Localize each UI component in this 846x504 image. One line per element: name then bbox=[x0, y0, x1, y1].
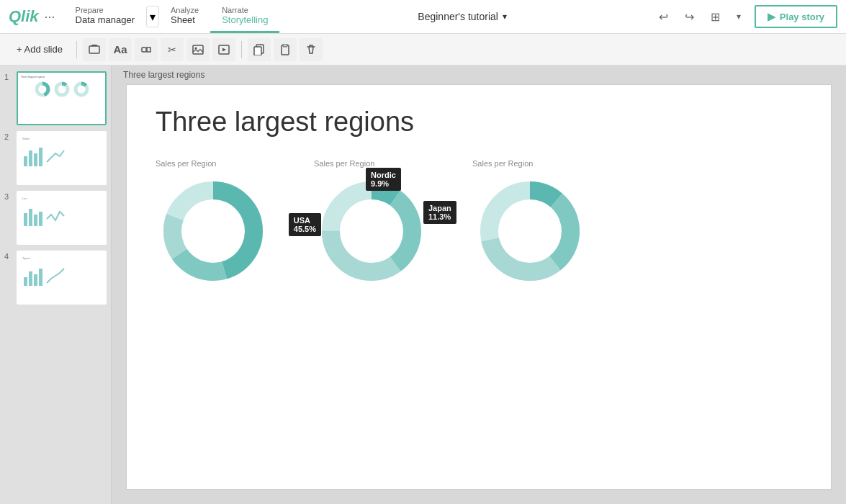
shape-button[interactable] bbox=[135, 38, 158, 61]
tab-prepare-label: Data manager bbox=[76, 14, 135, 25]
nav-right: ↩ ↪ ⊞ ▾ ▶ Play story bbox=[645, 0, 846, 33]
chart-3-svg bbox=[472, 174, 588, 289]
thumb2-bar-chart bbox=[22, 145, 42, 168]
slide-number-4: 4 bbox=[4, 252, 13, 261]
shape-icon bbox=[140, 44, 152, 55]
thumb3-bar-chart bbox=[22, 204, 42, 228]
chart-2-svg bbox=[314, 174, 429, 289]
paste-icon bbox=[279, 44, 291, 55]
logo-area: Qlik ··· bbox=[0, 0, 64, 33]
svg-rect-0 bbox=[89, 46, 99, 53]
svg-rect-30 bbox=[34, 274, 37, 286]
slide-item-4[interactable]: 4 Japan bbox=[4, 251, 107, 305]
tab-analyze[interactable]: Analyze Sheet bbox=[159, 0, 210, 33]
scissors-button[interactable]: ✂ bbox=[161, 38, 184, 61]
svg-point-16 bbox=[59, 86, 65, 92]
chart-2: Sales per Region bbox=[314, 159, 429, 289]
svg-point-19 bbox=[78, 86, 84, 92]
slide-title-text: Three largest regions bbox=[123, 70, 204, 80]
chevron-down-icon-tutorial: ▾ bbox=[503, 12, 507, 22]
svg-rect-3 bbox=[147, 48, 150, 52]
tutorial-selector[interactable]: Beginner's tutorial ▾ bbox=[418, 11, 507, 22]
tab-analyze-category: Analyze bbox=[171, 6, 199, 14]
copy-button[interactable] bbox=[248, 38, 271, 61]
tab-prepare-category: Prepare bbox=[76, 6, 135, 14]
add-slide-button[interactable]: + Add slide bbox=[9, 39, 71, 60]
thumb1-donut3 bbox=[73, 81, 89, 97]
thumb4-label: Japan bbox=[22, 256, 30, 260]
slide-thumbnail-4[interactable]: Japan bbox=[17, 251, 107, 305]
tutorial-label: Beginner's tutorial bbox=[418, 11, 498, 22]
nav-tabs: Prepare Data manager ▾ Analyze Sheet Nar… bbox=[64, 0, 280, 33]
play-icon: ▶ bbox=[768, 11, 775, 22]
thumb4-line-chart bbox=[45, 264, 66, 287]
canvas-area: Three largest regions Three largest regi… bbox=[112, 66, 846, 504]
chart-2-donut: Nordic 9.9% bbox=[314, 174, 429, 289]
play-story-button[interactable]: ▶ Play story bbox=[755, 5, 837, 28]
snapshot-icon bbox=[89, 44, 100, 55]
copy-icon bbox=[253, 44, 265, 55]
thumb2-label: Sales bbox=[22, 137, 30, 140]
present-dropdown[interactable]: ▾ bbox=[732, 6, 746, 27]
svg-rect-31 bbox=[39, 269, 42, 286]
slide-item-2[interactable]: 2 Sales bbox=[4, 131, 107, 185]
delete-icon bbox=[305, 44, 317, 55]
chart-3-label: Sales per Region bbox=[472, 159, 533, 168]
tab-narrate-label: Storytelling bbox=[222, 14, 268, 25]
svg-rect-8 bbox=[254, 47, 261, 55]
tab-prepare-dropdown[interactable]: ▾ bbox=[146, 6, 159, 27]
slide-item-3[interactable]: 3 Lön bbox=[4, 191, 107, 245]
slide-thumbnail-3[interactable]: Lön bbox=[17, 191, 107, 245]
slide-thumbnail-1[interactable]: Three largest regions bbox=[17, 71, 107, 125]
slide-thumbnail-2[interactable]: Sales bbox=[17, 131, 107, 185]
chart-3-tooltip-value: 11.3% bbox=[428, 212, 451, 221]
svg-rect-26 bbox=[34, 215, 37, 226]
chart-3-tooltip-label: Japan bbox=[428, 204, 451, 212]
nav-center: Beginner's tutorial ▾ bbox=[279, 0, 644, 33]
svg-point-13 bbox=[40, 86, 45, 92]
slide-title-bar: Three largest regions bbox=[112, 66, 846, 84]
snapshot-button[interactable] bbox=[83, 38, 106, 61]
svg-rect-4 bbox=[193, 45, 203, 54]
svg-rect-29 bbox=[29, 271, 32, 286]
svg-rect-21 bbox=[29, 150, 32, 166]
thumb3-line-chart bbox=[45, 204, 66, 228]
slide-number-2: 2 bbox=[4, 132, 13, 141]
slides-panel: 1 Three largest regions bbox=[0, 66, 112, 504]
media-button[interactable] bbox=[212, 38, 235, 61]
undo-button[interactable]: ↩ bbox=[654, 6, 674, 27]
paste-button[interactable] bbox=[274, 38, 297, 61]
tab-narrate[interactable]: Narrate Storytelling bbox=[210, 0, 279, 33]
qlik-logo[interactable]: Qlik bbox=[9, 7, 39, 26]
toolbar-divider-1 bbox=[76, 41, 77, 58]
delete-button[interactable] bbox=[300, 38, 323, 61]
text-button[interactable]: Aa bbox=[109, 38, 132, 61]
chart-1-tooltip-label: USA bbox=[294, 216, 310, 225]
app-menu-icon[interactable]: ··· bbox=[45, 9, 55, 24]
chart-3: Sales per Region bbox=[472, 159, 588, 289]
chart-1-label: Sales per Region bbox=[156, 159, 216, 168]
thumb3-label: Lön bbox=[22, 197, 27, 200]
slide-number-1: 1 bbox=[4, 73, 13, 81]
tab-prepare[interactable]: Prepare Data manager bbox=[64, 0, 146, 33]
text-icon: Aa bbox=[113, 43, 127, 55]
chevron-down-icon: ▾ bbox=[150, 10, 156, 24]
slide-heading: Three largest regions bbox=[156, 107, 802, 138]
svg-rect-2 bbox=[142, 48, 146, 52]
svg-point-46 bbox=[498, 199, 562, 263]
svg-rect-24 bbox=[24, 213, 27, 226]
slide-item-1[interactable]: 1 Three largest regions bbox=[4, 71, 107, 125]
slide-canvas[interactable]: Three largest regions Sales per Region bbox=[126, 84, 832, 490]
image-button[interactable] bbox=[186, 38, 210, 61]
slide-number-3: 3 bbox=[4, 192, 13, 201]
svg-rect-23 bbox=[39, 148, 42, 166]
toolbar-divider-2 bbox=[241, 41, 242, 58]
svg-rect-20 bbox=[24, 156, 27, 166]
chart-2-tooltip: Nordic 9.9% bbox=[366, 168, 401, 191]
svg-rect-10 bbox=[283, 44, 287, 47]
thumb1-donut1 bbox=[35, 81, 50, 97]
chart-1: Sales per Region bbox=[156, 159, 271, 289]
redo-button[interactable]: ↪ bbox=[680, 6, 700, 27]
main-content: 1 Three largest regions bbox=[0, 66, 846, 504]
present-button[interactable]: ⊞ bbox=[706, 6, 726, 27]
